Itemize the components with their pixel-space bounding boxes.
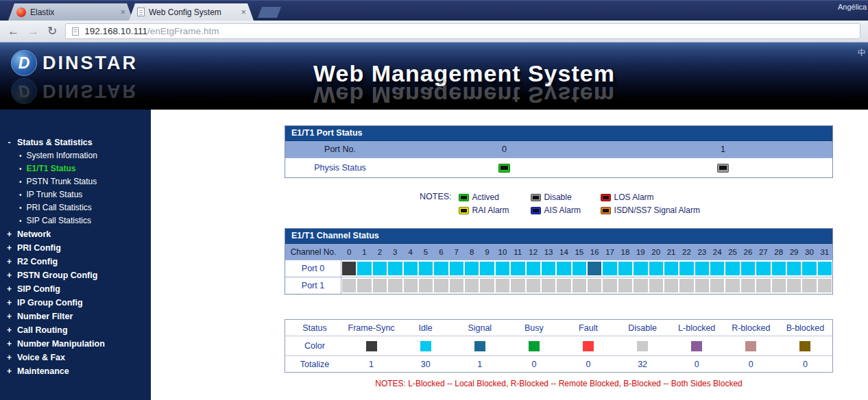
new-tab-button[interactable] — [258, 7, 281, 18]
color-swatch-r-blocked — [745, 341, 756, 351]
legend-rai-alarm-icon — [459, 207, 469, 214]
channel-row-port-1: Port 1 — [285, 277, 832, 294]
sidebar-section-network[interactable]: +Network — [0, 228, 151, 241]
channel-cell-disable — [572, 279, 586, 292]
channel-cell-idle — [649, 262, 663, 275]
channel-cell-idle — [695, 262, 709, 275]
forward-button[interactable]: → — [27, 25, 39, 37]
sidebar-section-pri-config[interactable]: +PRI Config — [0, 242, 151, 255]
channel-cell-disable — [787, 279, 801, 292]
expand-icon: + — [6, 257, 12, 267]
port-status-legend: NOTES: ActivedDisableLOS AlarmRAI AlarmA… — [420, 191, 833, 216]
channel-number: 1 — [357, 248, 372, 256]
channel-cell-idle — [527, 262, 540, 275]
channel-cell-idle — [725, 262, 739, 275]
channel-cell-disable — [527, 279, 540, 292]
tab-elastix[interactable]: Elastix × — [8, 3, 133, 21]
channel-number: 3 — [387, 248, 402, 256]
profile-name[interactable]: Angélica — [838, 3, 868, 11]
channel-cell-idle — [756, 262, 770, 275]
legend-item-disable: Disable — [531, 191, 601, 203]
color-swatch-idle — [420, 341, 431, 351]
language-link[interactable]: 中 — [858, 47, 867, 59]
sidebar-section-sip-config[interactable]: +SIP Config — [0, 283, 151, 296]
channel-number: 17 — [602, 248, 617, 256]
channel-cell-disable — [664, 279, 678, 292]
channel-number: 16 — [587, 248, 602, 256]
page-icon — [72, 27, 79, 36]
totalize-row: Totalize13010032000 — [285, 355, 832, 372]
totalize-l-blocked: 0 — [670, 360, 724, 369]
channel-cell-disable — [603, 279, 616, 292]
channel-number: 23 — [695, 248, 710, 256]
port-1-label: Port 1 — [285, 277, 341, 294]
sidebar-item-ip-trunk-status[interactable]: •IP Trunk Status — [0, 188, 151, 201]
sidebar-item-sip-call-statistics[interactable]: •SIP Call Statistics — [0, 214, 151, 227]
legend-ais-alarm-icon — [531, 207, 541, 214]
channel-cell-idle — [450, 262, 463, 275]
sidebar-section-ip-group-config[interactable]: +IP Group Config — [0, 297, 151, 310]
sidebar-item-pstn-trunk-status[interactable]: •PSTN Trunk Status — [0, 175, 151, 188]
channel-cell-idle — [511, 262, 525, 275]
channel-number: 24 — [710, 248, 725, 256]
status-header-l-blocked: L-blocked — [670, 323, 724, 333]
channel-number: 26 — [740, 248, 756, 256]
legend-item-rai-alarm: RAI Alarm — [459, 204, 531, 216]
tab-title: Elastix — [30, 8, 114, 17]
sidebar-section-voice-fax[interactable]: +Voice & Fax — [0, 351, 151, 364]
notes-label: NOTES: — [420, 191, 452, 216]
sidebar-item-e1-t1-status[interactable]: •E1/T1 Status — [0, 162, 151, 175]
channel-number: 19 — [633, 248, 648, 256]
channel-cell-disable — [511, 279, 525, 292]
channel-cell-idle — [480, 262, 494, 275]
channel-number: 4 — [403, 248, 418, 256]
banner-title-area: Web Management System Web Management Sys… — [60, 60, 868, 108]
totalize-disable: 32 — [616, 360, 670, 369]
sidebar-item-system-information[interactable]: •System Information — [0, 149, 151, 162]
page-title-reflection: Web Management System — [60, 82, 868, 108]
channel-cell-idle — [557, 262, 570, 275]
channel-cell-idle — [373, 262, 387, 275]
channel-cell-idle — [772, 262, 786, 275]
channel-number: 11 — [510, 248, 525, 256]
address-bar[interactable]: 192.168.10.111/enEtgFrame.htm — [65, 23, 860, 39]
channel-cell-idle — [603, 262, 616, 275]
sidebar-section-r2-config[interactable]: +R2 Config — [0, 255, 151, 268]
color-swatch-fault — [583, 341, 594, 351]
sidebar-section-call-routing[interactable]: +Call Routing — [0, 324, 151, 337]
sidebar-section-number-filter[interactable]: +Number Filter — [0, 310, 151, 323]
channel-cell-idle — [679, 262, 693, 275]
status-header-disable: Disable — [616, 323, 670, 333]
channel-cell-idle — [404, 262, 418, 275]
port-0-status-icon — [498, 164, 510, 173]
page-body: -Status & Statistics•System Information•… — [0, 110, 868, 400]
tab-close-icon[interactable]: × — [239, 8, 248, 16]
expand-icon: + — [6, 229, 12, 240]
reload-button[interactable]: ↻ — [47, 25, 57, 37]
sidebar-item-pri-call-statistics[interactable]: •PRI Call Statistics — [0, 201, 151, 214]
sidebar: -Status & Statistics•System Information•… — [0, 110, 151, 400]
totalize-r-blocked: 0 — [724, 360, 778, 369]
tab-close-icon[interactable]: × — [118, 8, 128, 16]
back-button[interactable]: ← — [8, 25, 19, 37]
sidebar-section-maintenance[interactable]: +Maintenance — [0, 365, 151, 378]
legend-grid: ActivedDisableLOS AlarmRAI AlarmAIS Alar… — [459, 191, 700, 216]
channel-number: 31 — [817, 248, 832, 256]
sidebar-section-status-statistics[interactable]: -Status & Statistics — [0, 136, 151, 149]
totalize-idle: 30 — [398, 360, 453, 369]
channel-number: 30 — [801, 248, 817, 256]
expand-icon: + — [6, 284, 12, 295]
channel-cell-idle — [357, 262, 371, 275]
channel-number: 25 — [725, 248, 740, 256]
channel-number: 21 — [664, 248, 679, 256]
sidebar-section-number-manipulation[interactable]: +Number Manipulation — [0, 338, 151, 351]
tab-web-config-system[interactable]: Web Config System × — [129, 3, 254, 21]
elastix-favicon-icon — [16, 8, 26, 17]
legend-item-isdn-ss7-signal-alarm: ISDN/SS7 Signal Alarm — [601, 204, 700, 216]
channel-number: 5 — [418, 248, 433, 256]
expand-icon: + — [6, 298, 12, 308]
channel-cell-idle — [434, 262, 448, 275]
sidebar-section-pstn-group-config[interactable]: +PSTN Group Config — [0, 269, 151, 282]
port-no-row: Port No. 0 1 — [285, 141, 832, 158]
channel-number: 10 — [495, 248, 510, 256]
